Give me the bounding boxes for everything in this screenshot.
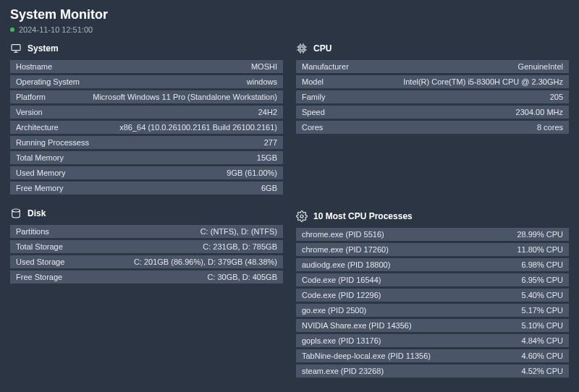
- row-label: Used Memory: [16, 169, 65, 177]
- gear-icon: [296, 210, 308, 222]
- table-row: Cores8 cores: [296, 121, 569, 134]
- row-label: Speed: [302, 108, 325, 116]
- page-title: System Monitor: [10, 7, 569, 22]
- panel-processes: 10 Most CPU Processes chrome.exe (PID 55…: [296, 210, 569, 378]
- process-cpu: 28.99% CPU: [517, 230, 563, 239]
- process-cpu: 5.40% CPU: [522, 291, 563, 299]
- row-value: 6GB: [261, 184, 277, 192]
- table-row: Free StorageC: 30GB, D: 405GB: [10, 270, 283, 284]
- row-value: MOSHI: [251, 62, 277, 71]
- row-label: Architecture: [16, 123, 59, 132]
- row-value: Microsoft Windows 11 Pro (Standalone Wor…: [93, 93, 277, 101]
- row-value: C: 30GB, D: 405GB: [207, 273, 277, 281]
- svg-point-3: [12, 209, 20, 212]
- process-row: Code.exe (PID 12296)5.40% CPU: [296, 289, 569, 302]
- disk-icon: [10, 208, 22, 219]
- process-cpu: 11.80% CPU: [517, 245, 563, 254]
- table-row: HostnameMOSHI: [10, 60, 283, 73]
- process-row: NVIDIA Share.exe (PID 14356)5.10% CPU: [296, 319, 569, 332]
- row-value: 205: [550, 93, 563, 101]
- row-label: Cores: [302, 123, 323, 132]
- timestamp: 2024-11-10 12:51:00: [19, 25, 93, 34]
- process-cpu: 5.17% CPU: [522, 306, 563, 315]
- row-value: Intel(R) Core(TM) i5-8300H CPU @ 2.30GHz: [403, 77, 563, 86]
- row-value: GenuineIntel: [518, 62, 563, 71]
- panel-processes-title: 10 Most CPU Processes: [313, 211, 413, 221]
- row-value: C: 201GB (86.96%), D: 379GB (48.38%): [134, 257, 277, 266]
- row-value: C: 231GB, D: 785GB: [203, 242, 277, 251]
- row-value: x86_64 (10.0.26100.2161 Build 26100.2161…: [119, 123, 277, 132]
- row-value: windows: [247, 77, 277, 86]
- process-name: chrome.exe (PID 17260): [302, 245, 389, 254]
- table-row: Operating Systemwindows: [10, 75, 283, 88]
- row-label: Operating System: [16, 77, 80, 86]
- process-rows: chrome.exe (PID 5516)28.99% CPU chrome.e…: [296, 228, 569, 378]
- table-row: Speed2304.00 MHz: [296, 106, 569, 119]
- panel-system: System HostnameMOSHI Operating Systemwin…: [10, 43, 283, 195]
- row-label: Free Memory: [16, 184, 63, 192]
- row-label: Free Storage: [16, 273, 62, 281]
- row-label: Total Memory: [16, 153, 64, 162]
- svg-rect-5: [300, 47, 303, 50]
- process-name: steam.exe (PID 23268): [302, 367, 384, 375]
- process-cpu: 6.98% CPU: [522, 260, 563, 269]
- svg-rect-0: [12, 45, 20, 51]
- row-label: Running Processess: [16, 138, 89, 147]
- row-value: C: (NTFS), D: (NTFS): [200, 227, 277, 236]
- process-row: audiodg.exe (PID 18800)6.98% CPU: [296, 258, 569, 271]
- panel-cpu: CPU ManufacturerGenuineIntel ModelIntel(…: [296, 43, 569, 134]
- process-name: TabNine-deep-local.exe (PID 11356): [302, 351, 431, 360]
- process-name: gopls.exe (PID 13176): [302, 336, 381, 345]
- page-header: System Monitor 2024-11-10 12:51:00: [10, 7, 569, 34]
- row-value: 8 cores: [537, 123, 563, 132]
- row-label: Hostname: [16, 62, 52, 71]
- process-cpu: 4.52% CPU: [522, 367, 563, 375]
- process-row: chrome.exe (PID 5516)28.99% CPU: [296, 228, 569, 241]
- cpu-rows: ManufacturerGenuineIntel ModelIntel(R) C…: [296, 60, 569, 134]
- row-label: Manufacturer: [302, 62, 349, 71]
- process-name: chrome.exe (PID 5516): [302, 230, 384, 239]
- row-label: Used Storage: [16, 257, 64, 266]
- row-label: Version: [16, 108, 43, 116]
- process-cpu: 4.60% CPU: [522, 351, 563, 360]
- process-name: Code.exe (PID 16544): [302, 276, 381, 284]
- process-name: audiodg.exe (PID 18800): [302, 260, 390, 269]
- process-row: go.exe (PID 2500)5.17% CPU: [296, 304, 569, 317]
- table-row: Used StorageC: 201GB (86.96%), D: 379GB …: [10, 255, 283, 268]
- process-name: Code.exe (PID 12296): [302, 291, 381, 299]
- row-label: Family: [302, 93, 325, 101]
- svg-point-14: [300, 215, 303, 218]
- status-dot-icon: [10, 27, 14, 32]
- row-label: Partitions: [16, 227, 49, 236]
- panel-system-title: System: [28, 43, 59, 54]
- table-row: Free Memory6GB: [10, 182, 283, 195]
- disk-rows: PartitionsC: (NTFS), D: (NTFS) Total Sto…: [10, 225, 283, 284]
- row-value: 277: [264, 138, 277, 147]
- row-value: 15GB: [257, 153, 277, 162]
- status-row: 2024-11-10 12:51:00: [10, 25, 569, 34]
- process-cpu: 6.95% CPU: [522, 276, 563, 284]
- process-row: chrome.exe (PID 17260)11.80% CPU: [296, 243, 569, 256]
- panel-cpu-title: CPU: [313, 43, 331, 54]
- process-row: Code.exe (PID 16544)6.95% CPU: [296, 273, 569, 286]
- row-label: Platform: [16, 93, 46, 101]
- row-value: 9GB (61.00%): [227, 169, 277, 177]
- process-row: TabNine-deep-local.exe (PID 11356)4.60% …: [296, 349, 569, 362]
- panel-disk-title: Disk: [28, 208, 46, 218]
- panel-disk: Disk PartitionsC: (NTFS), D: (NTFS) Tota…: [10, 208, 283, 284]
- table-row: ModelIntel(R) Core(TM) i5-8300H CPU @ 2.…: [296, 75, 569, 88]
- process-name: go.exe (PID 2500): [302, 306, 366, 315]
- row-label: Model: [302, 77, 324, 86]
- process-name: NVIDIA Share.exe (PID 14356): [302, 321, 412, 330]
- table-row: PartitionsC: (NTFS), D: (NTFS): [10, 225, 283, 238]
- system-rows: HostnameMOSHI Operating Systemwindows Pl…: [10, 60, 283, 195]
- table-row: Architecturex86_64 (10.0.26100.2161 Buil…: [10, 121, 283, 134]
- table-row: PlatformMicrosoft Windows 11 Pro (Standa…: [10, 90, 283, 103]
- table-row: Running Processess277: [10, 136, 283, 149]
- monitor-icon: [10, 43, 22, 54]
- process-row: steam.exe (PID 23268)4.52% CPU: [296, 365, 569, 378]
- process-cpu: 4.84% CPU: [522, 336, 563, 345]
- row-value: 2304.00 MHz: [516, 108, 563, 116]
- row-label: Total Storage: [16, 242, 63, 251]
- table-row: Family205: [296, 90, 569, 103]
